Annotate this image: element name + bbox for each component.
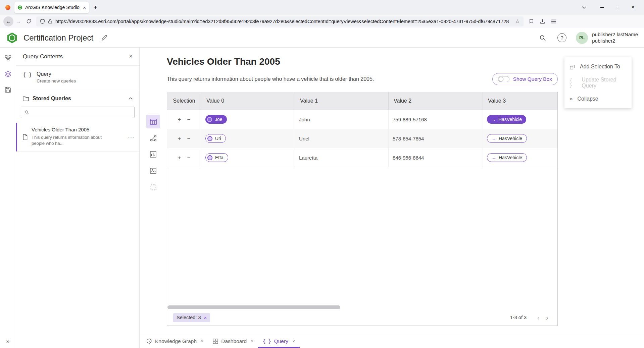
help-icon[interactable]: ? [557,33,566,42]
menu-hamburger-icon[interactable] [551,19,556,24]
library-save-icon[interactable] [540,19,545,24]
tab-close-button[interactable]: × [83,5,86,10]
tracking-protection-shield-icon[interactable] [40,19,45,24]
entity-dot-icon [207,155,212,160]
tab-close-icon[interactable]: × [201,339,203,344]
tab-knowledge-graph[interactable]: Knowledge Graph × [142,334,208,348]
tab-dashboard[interactable]: Dashboard × [208,334,258,348]
close-icon: × [631,4,635,11]
remove-from-selection-button[interactable]: − [187,117,191,122]
item-options-ellipsis-icon[interactable]: ··· [128,134,135,140]
add-to-selection-button[interactable]: + [178,117,181,122]
table-row: + − Uri Uriel 578-654-7854 →HasVehicle [167,129,557,148]
panel-header: Query Contents × [16,48,139,66]
stored-query-item[interactable]: Vehicles Older Than 2005 This query retu… [16,123,139,152]
url-bar[interactable]: https://dev0028833.esri.com/portal/apps/… [36,16,524,26]
table-view-icon[interactable] [146,115,160,128]
stored-queries-search[interactable] [21,107,135,118]
browser-tab[interactable]: ArcGIS Knowledge Studio × [14,2,89,13]
tab-close-icon[interactable]: × [251,339,253,344]
entity-pill[interactable]: Etta [205,153,228,162]
relationship-pill[interactable]: →HasVehicle [487,115,526,124]
stored-queries-search-input[interactable] [32,110,131,115]
avatar[interactable]: PL [576,32,588,44]
link-chart-icon[interactable] [146,131,160,145]
document-icon [22,127,28,147]
menu-item-collapse[interactable]: » Collapse [564,91,632,107]
remove-from-selection-button[interactable]: − [187,136,191,141]
new-tab-button[interactable]: + [94,4,97,11]
bookmark-star-button[interactable]: ☆ [515,18,520,24]
window-minimize-button[interactable] [594,0,610,15]
pagination-range: 1-3 of 3 [510,315,527,320]
tab-title: ArcGIS Knowledge Studio [25,5,80,10]
edit-title-pencil-icon[interactable] [101,35,107,41]
results-table: Selection Value 0 Value 1 Value 2 Value … [167,92,558,326]
menu-item-add-selection-to[interactable]: Add Selection To [564,59,632,75]
selected-count-chip: Selected: 3 × [173,313,210,322]
relationship-pill[interactable]: →HasVehicle [487,134,527,143]
new-query-item[interactable]: { } Query Create new queries [16,66,139,88]
chevron-up-icon[interactable] [129,97,133,100]
sidebar-item-data-model-icon[interactable] [5,55,11,62]
arrow-right-icon: → [492,136,496,141]
back-button[interactable]: ← [3,16,13,26]
table-row: + − Joe John 759-889-57168 →HasVehicle [167,110,557,129]
bookmarks-icon[interactable] [529,19,534,24]
maximize-icon [616,6,619,9]
toggle-switch [498,76,509,82]
search-icon-small [24,110,29,115]
cell-value: 759-889-57168 [393,117,427,122]
arrow-right-icon: → [491,117,496,122]
next-page-button[interactable]: › [543,314,551,322]
selected-count-label: Selected: 3 [177,315,201,320]
forward-button[interactable]: → [13,16,23,26]
entity-dot-icon [207,117,212,122]
stored-query-description: This query returns information about peo… [32,134,108,147]
bottom-tab-bar: Knowledge Graph × Dashboard × { } Query … [140,334,644,348]
map-view-icon[interactable] [146,164,160,178]
arrow-right-icon: → [492,155,496,160]
expand-panel-chevrons-icon[interactable]: » [6,338,9,345]
remove-from-selection-button[interactable]: − [187,155,191,161]
project-title: Certification Project [23,33,93,43]
dashboard-icon [213,339,218,344]
window-close-button[interactable]: × [625,0,641,15]
selection-tool-icon[interactable] [146,180,160,194]
entity-dot-icon [207,136,212,141]
sidebar-item-contents-layers-icon[interactable] [5,71,11,77]
refresh-button[interactable] [23,16,34,26]
menu-item-update-stored-query[interactable]: { } Update Stored Query [564,75,632,91]
cell-value: 846-956-8644 [393,155,424,161]
pagination: 1-3 of 3 ‹ › [510,314,551,322]
collapse-chevrons-icon: » [569,96,573,102]
column-header-value0: Value 0 [201,92,295,110]
chart-view-icon[interactable] [146,148,160,161]
add-to-selection-button[interactable]: + [178,136,181,141]
knowledge-graph-icon [146,338,152,344]
search-icon[interactable] [539,35,546,41]
entity-pill[interactable]: Uri [205,134,226,143]
new-query-label: Query [37,71,76,77]
sidebar-item-save-icon[interactable] [5,86,11,93]
show-query-box-label: Show Query Box [513,76,552,82]
entity-pill[interactable]: Joe [205,115,227,124]
show-query-box-toggle[interactable]: Show Query Box [492,73,558,85]
tab-query[interactable]: { } Query × [258,334,300,348]
tab-close-icon[interactable]: × [292,339,295,344]
tab-favicon [17,5,22,10]
clear-selection-icon[interactable]: × [204,315,207,321]
panel-close-icon[interactable]: × [129,53,133,60]
add-selection-icon [569,64,575,70]
previous-page-button[interactable]: ‹ [534,314,543,322]
user-name: publisher2 lastName [592,32,638,38]
scrollbar-thumb[interactable] [167,305,340,309]
relationship-pill[interactable]: →HasVehicle [487,153,527,162]
add-to-selection-button[interactable]: + [178,155,181,161]
list-all-tabs-button[interactable] [582,6,586,9]
folder-icon [23,96,29,101]
braces-icon: { } [569,77,577,88]
stored-queries-header[interactable]: Stored Queries [16,91,139,106]
window-maximize-button[interactable] [610,0,625,15]
lock-icon[interactable] [48,19,52,24]
